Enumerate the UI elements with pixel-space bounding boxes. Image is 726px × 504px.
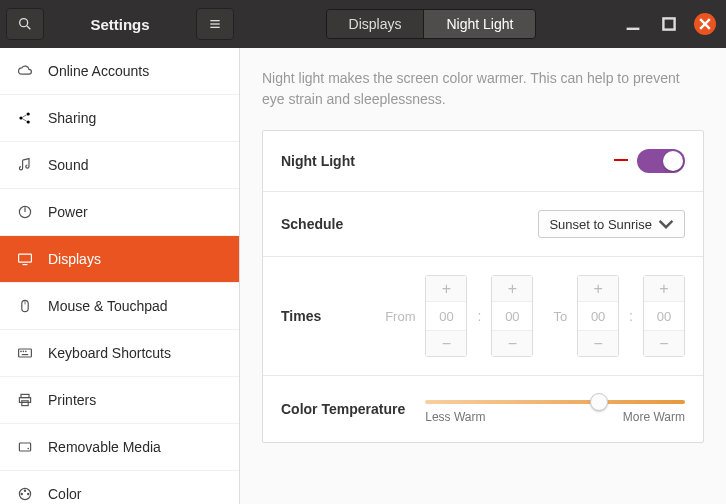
to-hour-value: 00 [578,302,618,330]
schedule-dropdown[interactable]: Sunset to Sunrise [538,210,685,238]
toggle-knob [663,151,683,171]
plus-icon[interactable]: + [578,276,618,302]
plus-icon[interactable]: + [644,276,684,302]
tab-displays[interactable]: Displays [327,10,425,38]
svg-point-11 [27,120,30,123]
plus-icon[interactable]: + [426,276,466,302]
svg-rect-20 [19,349,32,357]
color-temp-row: Color Temperature Less Warm More Warm [263,376,703,442]
times-controls: From + 00 − : + 00 − To + 00 [385,275,685,357]
svg-point-32 [27,493,29,495]
drive-icon [16,438,34,456]
color-icon [16,485,34,503]
share-icon [16,109,34,127]
night-light-toggle[interactable] [637,149,685,173]
sidebar-item-mouse-touchpad[interactable]: Mouse & Touchpad [0,283,239,330]
music-icon [16,156,34,174]
schedule-label: Schedule [281,216,343,232]
svg-rect-16 [19,254,32,262]
from-label: From [385,309,415,324]
svg-rect-27 [22,401,28,406]
time-colon: : [477,308,481,324]
minus-icon[interactable]: − [492,330,532,356]
search-button[interactable] [6,8,44,40]
keyboard-icon [16,344,34,362]
svg-rect-6 [663,18,674,29]
tab-night-light[interactable]: Night Light [424,10,535,38]
window-title: Settings [44,16,196,33]
minus-icon[interactable]: − [578,330,618,356]
sidebar-item-label: Power [48,204,88,220]
settings-panel: Night Light Schedule Sunset to Sunrise T… [262,130,704,443]
minimize-button[interactable] [622,13,644,35]
night-light-row: Night Light [263,131,703,192]
search-icon [17,16,33,32]
mouse-icon [16,297,34,315]
window-controls [622,13,726,35]
sidebar-item-label: Sharing [48,110,96,126]
power-icon [16,203,34,221]
sidebar-item-label: Keyboard Shortcuts [48,345,171,361]
svg-rect-28 [19,443,30,451]
sidebar: Online AccountsSharingSoundPowerDisplays… [0,48,240,504]
close-button[interactable] [694,13,716,35]
slider-min-label: Less Warm [425,410,485,424]
from-hour-value: 00 [426,302,466,330]
from-minute-spinner[interactable]: + 00 − [491,275,533,357]
hamburger-icon [207,16,223,32]
svg-line-13 [23,119,27,121]
to-hour-spinner[interactable]: + 00 − [577,275,619,357]
sidebar-item-color[interactable]: Color [0,471,239,504]
sidebar-item-label: Displays [48,251,101,267]
minus-icon[interactable]: − [644,330,684,356]
chevron-down-icon [658,216,674,232]
sidebar-item-online-accounts[interactable]: Online Accounts [0,48,239,95]
times-row: Times From + 00 − : + 00 − To [263,257,703,376]
to-minute-spinner[interactable]: + 00 − [643,275,685,357]
minimize-icon [625,16,641,32]
slider-max-label: More Warm [623,410,685,424]
from-minute-value: 00 [492,302,532,330]
svg-point-31 [24,490,26,492]
sidebar-item-label: Online Accounts [48,63,149,79]
hamburger-button[interactable] [196,8,234,40]
sidebar-item-power[interactable]: Power [0,189,239,236]
color-temp-slider[interactable] [425,400,685,404]
svg-point-0 [20,19,28,27]
night-light-label: Night Light [281,153,355,169]
slider-thumb[interactable] [590,393,608,411]
titlebar-tabs: Displays Night Light [240,9,622,39]
tab-group: Displays Night Light [326,9,537,39]
svg-line-1 [27,26,30,29]
svg-point-29 [27,448,29,450]
svg-point-9 [19,116,22,119]
sidebar-item-keyboard-shortcuts[interactable]: Keyboard Shortcuts [0,330,239,377]
maximize-icon [661,16,677,32]
sidebar-item-removable-media[interactable]: Removable Media [0,424,239,471]
plus-icon[interactable]: + [492,276,532,302]
display-icon [16,250,34,268]
time-colon: : [629,308,633,324]
svg-point-10 [27,112,30,115]
to-label: To [553,309,567,324]
sidebar-item-label: Color [48,486,81,502]
body: Online AccountsSharingSoundPowerDisplays… [0,48,726,504]
svg-rect-26 [19,398,30,403]
sidebar-item-label: Printers [48,392,96,408]
printer-icon [16,391,34,409]
maximize-button[interactable] [658,13,680,35]
from-hour-spinner[interactable]: + 00 − [425,275,467,357]
titlebar-left: Settings [0,0,240,48]
sidebar-item-label: Mouse & Touchpad [48,298,168,314]
minus-icon[interactable]: − [426,330,466,356]
close-icon [697,16,713,32]
color-temp-slider-wrap: Less Warm More Warm [425,394,685,424]
to-minute-value: 00 [644,302,684,330]
sidebar-item-displays[interactable]: Displays [0,236,239,283]
sidebar-item-label: Sound [48,157,88,173]
times-label: Times [281,308,321,324]
sidebar-item-sound[interactable]: Sound [0,142,239,189]
main-content: Night light makes the screen color warme… [240,48,726,504]
sidebar-item-printers[interactable]: Printers [0,377,239,424]
sidebar-item-sharing[interactable]: Sharing [0,95,239,142]
